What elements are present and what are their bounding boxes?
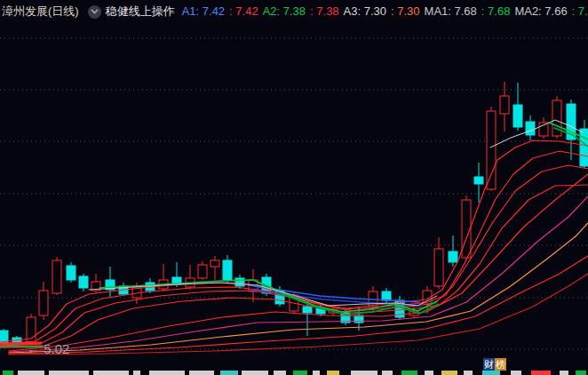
symbol-title: 漳州发展(日线) bbox=[2, 0, 79, 23]
price-level-label: ← 5.02 bbox=[27, 341, 69, 356]
indicator-name: 稳健线上操作 bbox=[106, 0, 175, 23]
indicator-value: MA1: 7.68 bbox=[425, 4, 477, 18]
candle-body bbox=[223, 260, 232, 280]
candle-body bbox=[198, 265, 207, 278]
clipped-text-fragment bbox=[18, 371, 44, 375]
clipped-text-fragment bbox=[274, 371, 286, 375]
indicator-value: A1: 7.42 bbox=[182, 4, 225, 18]
indicator-value: A2: 7.38 bbox=[263, 4, 306, 18]
candle-body bbox=[526, 122, 535, 135]
clipped-text-fragment bbox=[560, 371, 568, 375]
stock-chart-app: 漳州发展(日线) 稳健线上操作 A1: 7.42: 7.42A2: 7.38: … bbox=[0, 0, 588, 375]
candle-body bbox=[580, 129, 588, 166]
clipped-bottom-text-row bbox=[0, 371, 588, 375]
candle-body bbox=[513, 105, 522, 127]
indicator-value: MA2: 7.66 bbox=[514, 4, 567, 18]
candle-body bbox=[67, 266, 75, 280]
clipped-text-fragment bbox=[401, 371, 417, 375]
indicator-value: : 7.38 bbox=[310, 4, 339, 18]
clipped-text-fragment bbox=[189, 371, 214, 375]
chart-header: 漳州发展(日线) 稳健线上操作 A1: 7.42: 7.42A2: 7.38: … bbox=[0, 0, 588, 23]
indicator-value: : 7.42 bbox=[229, 4, 258, 18]
badge-char[interactable]: 榜 bbox=[495, 358, 506, 371]
indicator-line-red-lower-1 bbox=[9, 174, 588, 351]
clipped-text-fragment bbox=[313, 371, 320, 375]
clipped-text-fragment bbox=[220, 371, 238, 375]
clipped-text-fragment bbox=[149, 371, 185, 375]
clipped-text-fragment bbox=[482, 371, 500, 375]
clipped-text-fragment bbox=[511, 371, 521, 375]
chevron-down-icon[interactable] bbox=[88, 5, 101, 19]
caibang-badge[interactable]: 财榜 bbox=[483, 358, 506, 371]
candle-body bbox=[382, 291, 391, 300]
indicator-line-red-upper-4 bbox=[0, 185, 588, 347]
indicator-value: : 7.66 bbox=[572, 4, 588, 18]
indicator-value: : 7.68 bbox=[481, 4, 511, 18]
candle-body bbox=[39, 291, 48, 315]
clipped-text-fragment bbox=[327, 371, 339, 375]
indicator-value: : 7.30 bbox=[391, 4, 420, 18]
indicator-line-red-upper-2 bbox=[0, 151, 588, 344]
indicator-value: A3: 7.30 bbox=[344, 4, 386, 18]
candle-body bbox=[487, 111, 496, 189]
candle-body bbox=[52, 260, 61, 293]
clipped-text-fragment bbox=[293, 371, 307, 375]
candle-body bbox=[235, 278, 244, 286]
clipped-text-fragment bbox=[576, 371, 586, 375]
candle-body bbox=[79, 276, 88, 288]
clipped-text-fragment bbox=[242, 371, 268, 375]
clipped-text-fragment bbox=[351, 371, 377, 375]
clipped-text-fragment bbox=[382, 371, 393, 375]
candle-body bbox=[303, 307, 312, 313]
clipped-text-fragment bbox=[531, 371, 551, 375]
candle-body bbox=[434, 249, 443, 286]
clipped-text-fragment bbox=[93, 371, 129, 375]
badge-char[interactable]: 财 bbox=[483, 358, 495, 371]
candle-body bbox=[449, 251, 457, 262]
clipped-text-fragment bbox=[441, 371, 457, 375]
clipped-text-fragment bbox=[464, 371, 473, 375]
candle-body bbox=[500, 96, 509, 114]
clipped-text-fragment bbox=[3, 371, 13, 375]
candle-body bbox=[474, 177, 483, 184]
clipped-text-fragment bbox=[425, 371, 433, 375]
candlestick-chart-canvas[interactable] bbox=[0, 0, 588, 375]
clipped-text-fragment bbox=[49, 371, 89, 375]
indicator-values: A1: 7.42: 7.42A2: 7.38: 7.38A3: 7.30: 7.… bbox=[182, 0, 588, 23]
candle-body bbox=[211, 260, 219, 267]
clipped-text-fragment bbox=[133, 371, 140, 375]
